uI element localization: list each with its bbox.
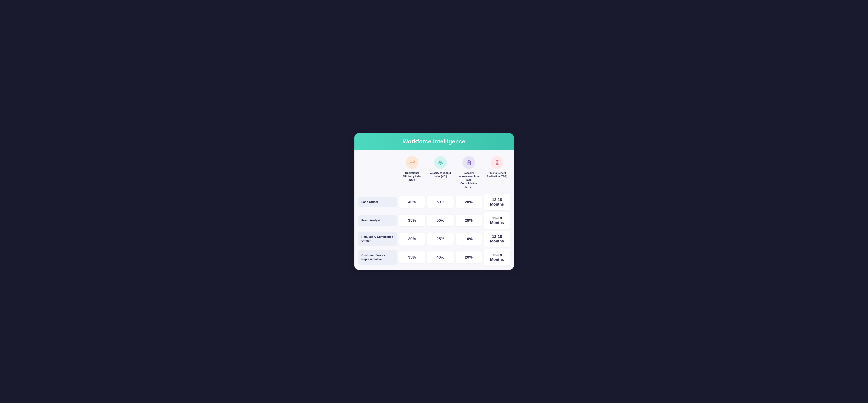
row-label: Loan Officer — [358, 197, 397, 207]
col-header-citc: Capacity Improvement from Task Consolida… — [456, 153, 482, 192]
cell-oei: 35% — [399, 214, 425, 226]
col-header-oei: Operational Efficiency Index (OEI) — [399, 153, 425, 192]
row-label: Regulatory Compliance Officer — [358, 232, 397, 246]
tbr-label: Time to Benefit Realization (TBR) — [486, 171, 508, 178]
column-headers: Operational Efficiency Index (OEI) Veloc… — [354, 150, 514, 192]
citc-label: Capacity Improvement from Task Consolida… — [458, 171, 480, 189]
workforce-intelligence-card: Workforce Intelligence Operational Effic… — [354, 133, 514, 270]
col-header-tbr: Time to Benefit Realization (TBR) — [484, 153, 510, 192]
cell-tbr: 12-18 Months — [484, 249, 510, 265]
cell-citc: 10% — [456, 233, 482, 245]
clipboard-icon — [465, 159, 472, 166]
table-body: Loan Officer40%50%20%12-18 MonthsFraud A… — [354, 192, 514, 270]
col-header-voi: Velocity of Output Index (VOI) — [427, 153, 454, 192]
table-row: Fraud Analyst35%50%20%12-18 Months — [358, 212, 510, 229]
row-label: Fraud Analyst — [358, 215, 397, 226]
cell-oei: 40% — [399, 196, 425, 208]
cell-oei: 20% — [399, 233, 425, 245]
empty-header-spacer — [358, 153, 397, 192]
citc-icon-circle — [462, 156, 475, 169]
svg-rect-4 — [468, 161, 470, 162]
cell-voi: 50% — [427, 196, 454, 208]
card-title: Workforce Intelligence — [403, 138, 465, 145]
cell-voi: 50% — [427, 214, 454, 226]
hourglass-icon — [494, 159, 500, 166]
table-row: Loan Officer40%50%20%12-18 Months — [358, 194, 510, 210]
oei-label: Operational Efficiency Index (OEI) — [401, 171, 424, 182]
table-row: Customer Service Representative35%40%20%… — [358, 249, 510, 265]
cell-voi: 40% — [427, 252, 454, 263]
cell-oei: 35% — [399, 252, 425, 263]
oei-icon-circle — [406, 156, 418, 169]
cell-citc: 20% — [456, 196, 482, 208]
voi-icon-circle — [434, 156, 447, 169]
cell-tbr: 12-18 Months — [484, 212, 510, 229]
rocket-icon — [437, 159, 444, 166]
voi-label: Velocity of Output Index (VOI) — [429, 171, 452, 178]
row-label: Customer Service Representative — [358, 250, 397, 265]
table-row: Regulatory Compliance Officer20%25%10%12… — [358, 231, 510, 247]
cell-citc: 20% — [456, 214, 482, 226]
card-header: Workforce Intelligence — [354, 133, 514, 150]
cell-tbr: 12-18 Months — [484, 194, 510, 210]
chart-up-icon — [409, 159, 415, 166]
cell-tbr: 12-18 Months — [484, 231, 510, 247]
cell-citc: 20% — [456, 252, 482, 263]
tbr-icon-circle — [491, 156, 503, 169]
cell-voi: 25% — [427, 233, 454, 245]
svg-point-1 — [440, 162, 441, 163]
